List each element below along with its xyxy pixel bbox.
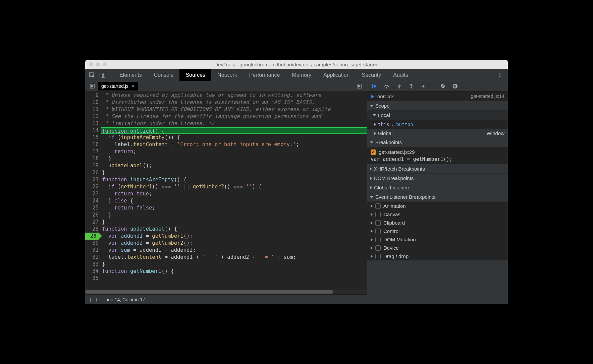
event-category[interactable]: Canvas (367, 210, 508, 219)
event-checkbox[interactable] (375, 212, 381, 217)
line-number[interactable]: 28 (85, 226, 99, 233)
line-number[interactable]: 17 (85, 148, 99, 155)
line-number[interactable]: 20 (85, 169, 99, 176)
resume-button[interactable] (372, 83, 378, 89)
step-out-button[interactable] (408, 83, 414, 89)
call-frame-function: onClick (377, 94, 394, 99)
code-editor[interactable]: 9101112131415161718192021222324252627282… (85, 91, 367, 294)
tab-audits[interactable]: Audits (387, 69, 414, 81)
pause-on-exceptions-button[interactable] (452, 83, 458, 89)
event-checkbox[interactable] (375, 229, 381, 234)
line-number[interactable]: 10 (85, 99, 99, 106)
code-line: updateLabel(); (101, 162, 367, 169)
step-over-button[interactable] (384, 83, 390, 89)
line-number[interactable]: 33 (85, 261, 99, 268)
line-number[interactable]: 27 (85, 219, 99, 226)
breakpoint-checkbox[interactable] (371, 149, 376, 155)
line-number[interactable]: 13 (85, 120, 99, 127)
horizontal-scrollbar[interactable] (85, 290, 367, 294)
event-checkbox[interactable] (375, 254, 381, 259)
dom-breakpoints-header[interactable]: DOM Breakpoints (367, 174, 508, 183)
svg-marker-8 (374, 84, 377, 88)
device-toolbar-icon[interactable] (99, 71, 107, 79)
tab-memory[interactable]: Memory (286, 69, 317, 81)
event-category[interactable]: Device (367, 244, 508, 252)
scope-section-header[interactable]: Scope (367, 101, 508, 111)
code-line: if (inputsAreEmpty()) { (101, 134, 367, 141)
event-category[interactable]: DOM Mutation (367, 235, 508, 244)
code-line: * limitations under the License. */ (101, 120, 367, 127)
event-category[interactable]: Drag / drop (367, 252, 508, 260)
event-category[interactable]: Animation (367, 202, 508, 210)
cursor-position: Line 14, Column 17 (104, 297, 145, 302)
call-stack-frame[interactable]: ▶ onClick get-started.js:14 (367, 91, 508, 101)
code-line: } (101, 211, 367, 219)
event-checkbox[interactable] (375, 220, 381, 226)
line-number[interactable]: 11 (85, 106, 99, 113)
breakpoints-section-header[interactable]: Breakpoints (367, 138, 508, 147)
tab-sources[interactable]: Sources (179, 69, 211, 81)
event-listener-breakpoints-header[interactable]: Event Listener Breakpoints (367, 192, 508, 202)
tab-application[interactable]: Application (317, 69, 356, 81)
line-number[interactable]: 12 (85, 113, 99, 120)
pretty-print-icon[interactable]: { } (89, 297, 98, 302)
line-number[interactable]: 15 (85, 134, 99, 141)
line-number[interactable]: 29 (85, 233, 99, 240)
tab-console[interactable]: Console (148, 69, 180, 81)
line-number[interactable]: 21 (85, 176, 99, 183)
step-into-button[interactable] (396, 83, 402, 89)
line-number[interactable]: 34 (85, 268, 99, 275)
svg-marker-6 (359, 85, 360, 87)
global-listeners-header[interactable]: Global Listeners (367, 183, 508, 192)
scope-local-label: Local (378, 112, 390, 118)
line-number[interactable]: 30 (85, 240, 99, 247)
line-number[interactable]: 24 (85, 197, 99, 204)
line-number[interactable]: 23 (85, 190, 99, 197)
section-label: Event Listener Breakpoints (375, 194, 435, 200)
call-frame-location: get-started.js:14 (471, 94, 504, 99)
scope-global-label: Global (378, 130, 392, 136)
xhr-breakpoints-header[interactable]: XHR/fetch Breakpoints (367, 164, 508, 174)
deactivate-breakpoints-button[interactable] (440, 83, 446, 89)
inspect-element-icon[interactable] (88, 71, 96, 79)
line-number[interactable]: 35 (85, 275, 99, 282)
line-number[interactable]: 18 (85, 155, 99, 162)
scope-local-header[interactable]: Local (367, 111, 508, 120)
line-number[interactable]: 14 (85, 127, 99, 134)
tab-network[interactable]: Network (211, 69, 243, 81)
line-number[interactable]: 22 (85, 183, 99, 190)
code-line: var addend1 = getNumber1(); (101, 233, 367, 240)
chevron-right-icon (371, 213, 373, 216)
chevron-down-icon (373, 114, 376, 116)
more-options-icon[interactable] (496, 71, 504, 79)
code-line: } (101, 169, 367, 176)
file-tab[interactable]: get-started.js ✕ (98, 82, 138, 90)
breakpoint-code: var addend1 = getNumber1(); (371, 155, 504, 162)
show-navigator-icon[interactable] (89, 82, 96, 90)
line-number[interactable]: 32 (85, 254, 99, 261)
line-number[interactable]: 9 (85, 92, 99, 99)
show-debugger-icon[interactable] (356, 82, 363, 90)
event-checkbox[interactable] (375, 245, 381, 251)
code-line: function getNumber1() { (101, 268, 367, 275)
event-checkbox[interactable] (375, 203, 381, 209)
line-number[interactable]: 25 (85, 204, 99, 211)
event-checkbox[interactable] (375, 237, 381, 242)
chevron-right-icon (371, 246, 373, 250)
line-number[interactable]: 31 (85, 247, 99, 254)
tab-elements[interactable]: Elements (113, 69, 148, 81)
event-category[interactable]: Clipboard (367, 219, 508, 227)
scope-variable[interactable]: this: button (374, 121, 508, 128)
line-number[interactable]: 19 (85, 162, 99, 169)
event-category[interactable]: Control (367, 227, 508, 235)
tab-security[interactable]: Security (356, 69, 387, 81)
line-number[interactable]: 26 (85, 211, 99, 219)
scope-global-row[interactable]: Global Window (367, 129, 508, 138)
close-tab-icon[interactable]: ✕ (131, 83, 135, 88)
step-button[interactable] (420, 83, 426, 89)
breakpoint-marker[interactable]: 29 (85, 233, 99, 240)
line-number[interactable]: 16 (85, 141, 99, 148)
breakpoint-item[interactable]: get-started.js:29 var addend1 = getNumbe… (367, 147, 508, 164)
tab-performance[interactable]: Performance (243, 69, 286, 81)
chevron-right-icon (370, 167, 372, 171)
